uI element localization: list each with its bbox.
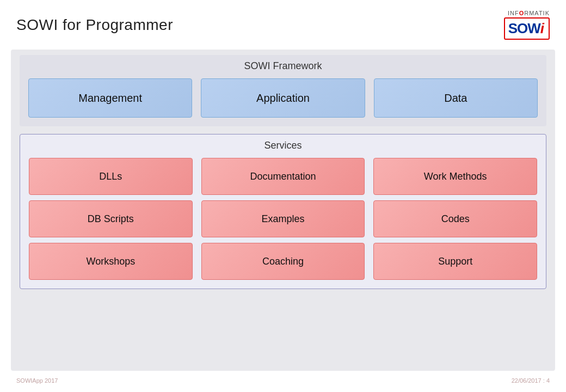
service-box-workshops: Workshops bbox=[29, 243, 193, 280]
service-box-examples: Examples bbox=[201, 200, 365, 237]
services-row-1: DLLs Documentation Work Methods bbox=[29, 158, 537, 195]
logo-area: INFORMATIK SOWi bbox=[504, 10, 550, 40]
footer-left: SOWIApp 2017 bbox=[16, 377, 58, 384]
service-box-coaching: Coaching bbox=[201, 243, 365, 280]
main-area: SOWI Framework Management Application Da… bbox=[11, 50, 555, 371]
footer: SOWIApp 2017 22/06/2017 : 4 bbox=[0, 375, 566, 386]
framework-box-application: Application bbox=[201, 78, 365, 118]
service-box-support: Support bbox=[373, 243, 537, 280]
services-title: Services bbox=[29, 140, 537, 151]
header: SOWI for Programmer INFORMATIK SOWi bbox=[0, 0, 566, 45]
framework-title: SOWI Framework bbox=[28, 60, 538, 72]
service-box-db-scripts: DB Scripts bbox=[29, 200, 193, 237]
services-grid: DLLs Documentation Work Methods DB Scrip… bbox=[29, 158, 537, 280]
footer-right: 22/06/2017 : 4 bbox=[512, 377, 550, 384]
service-box-dlls: DLLs bbox=[29, 158, 193, 195]
framework-section: SOWI Framework Management Application Da… bbox=[20, 55, 546, 126]
framework-box-management: Management bbox=[28, 78, 192, 118]
services-section: Services DLLs Documentation Work Methods… bbox=[20, 134, 546, 289]
service-box-codes: Codes bbox=[373, 200, 537, 237]
page-title: SOWI for Programmer bbox=[16, 16, 173, 34]
logo-informatik-text: INFORMATIK bbox=[508, 10, 550, 16]
services-row-2: DB Scripts Examples Codes bbox=[29, 200, 537, 237]
services-row-3: Workshops Coaching Support bbox=[29, 243, 537, 280]
logo-sow-letters: SOW bbox=[508, 20, 540, 37]
logo-m: O bbox=[519, 10, 525, 16]
framework-box-data: Data bbox=[374, 78, 538, 118]
framework-boxes-row: Management Application Data bbox=[28, 78, 538, 118]
service-box-documentation: Documentation bbox=[201, 158, 365, 195]
service-box-work-methods: Work Methods bbox=[373, 158, 537, 195]
logo-i-letter: i bbox=[540, 20, 544, 37]
logo-sowi: SOWi bbox=[504, 17, 550, 40]
